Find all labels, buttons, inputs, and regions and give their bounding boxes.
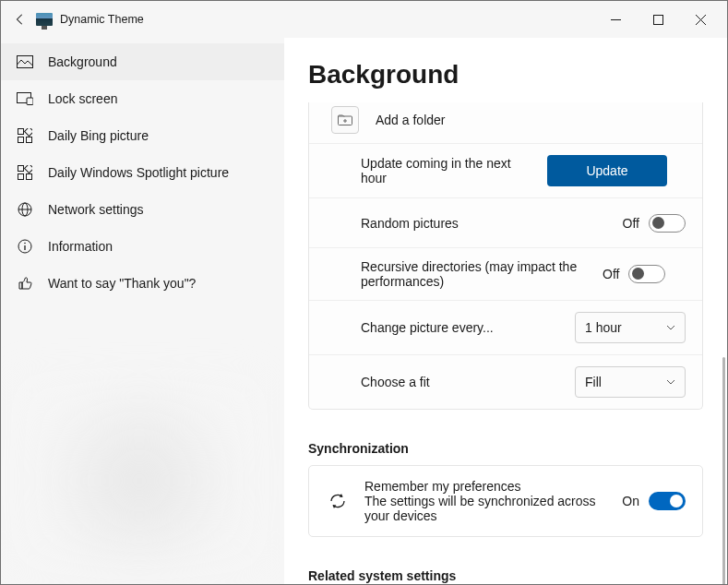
recursive-toggle[interactable] — [628, 265, 665, 283]
info-icon — [17, 239, 33, 254]
sidebar-item-daily-bing[interactable]: Daily Bing picture — [1, 117, 284, 154]
sidebar-item-spotlight[interactable]: Daily Windows Spotlight picture — [1, 154, 284, 191]
sidebar: Background Lock screen Daily Bing pictur… — [1, 38, 284, 584]
scrollbar[interactable] — [722, 357, 725, 584]
change-picture-label: Change picture every... — [361, 320, 564, 335]
change-interval-dropdown[interactable]: 1 hour — [575, 312, 686, 343]
background-icon — [17, 55, 33, 68]
apps-icon — [17, 128, 33, 143]
update-row: Update coming in the next hour Update — [309, 143, 702, 197]
update-label: Update coming in the next hour — [361, 156, 536, 185]
recursive-row: Recursive directories (may impact the pe… — [309, 247, 702, 300]
decorative-blur — [19, 379, 259, 564]
svg-rect-12 — [25, 165, 32, 173]
thumbs-up-icon — [17, 276, 33, 291]
chevron-down-icon — [666, 325, 675, 330]
close-button[interactable] — [679, 5, 722, 34]
choose-fit-label: Choose a fit — [361, 375, 564, 389]
sync-card: Remember my preferences The settings wil… — [308, 465, 703, 537]
titlebar: Dynamic Theme — [1, 1, 727, 38]
app-title: Dynamic Theme — [60, 13, 144, 26]
random-state: Off — [623, 216, 639, 231]
svg-point-17 — [24, 243, 26, 245]
svg-rect-1 — [653, 15, 662, 24]
lock-screen-icon — [17, 92, 33, 105]
sidebar-item-information[interactable]: Information — [1, 228, 284, 265]
sidebar-item-label: Background — [48, 54, 117, 69]
change-picture-row: Change picture every... 1 hour — [309, 300, 702, 354]
add-folder-button[interactable] — [331, 106, 359, 134]
svg-rect-7 — [27, 137, 32, 143]
sidebar-item-lock-screen[interactable]: Lock screen — [1, 80, 284, 117]
sidebar-item-thank-you[interactable]: Want to say "Thank you"? — [1, 265, 284, 302]
recursive-label: Recursive directories (may impact the pe… — [361, 259, 591, 289]
back-button[interactable] — [6, 6, 34, 33]
main-panel: Background Add a folder Update coming in… — [284, 38, 727, 584]
fit-dropdown[interactable]: Fill — [575, 366, 686, 398]
page-title: Background — [284, 38, 727, 99]
random-pictures-toggle[interactable] — [649, 214, 686, 233]
chevron-down-icon — [666, 379, 675, 385]
sync-subtitle: The settings will be synchronized across… — [364, 494, 607, 523]
maximize-button[interactable] — [637, 5, 679, 34]
random-pictures-label: Random pictures — [361, 216, 612, 231]
apps-icon — [17, 165, 33, 180]
choose-fit-row: Choose a fit Fill — [309, 354, 702, 409]
svg-rect-4 — [27, 98, 33, 105]
sync-icon — [326, 489, 350, 513]
sidebar-item-network[interactable]: Network settings — [1, 191, 284, 228]
random-pictures-row: Random pictures Off — [309, 197, 702, 247]
svg-rect-5 — [18, 129, 24, 135]
sync-state: On — [622, 494, 639, 508]
sidebar-item-label: Information — [48, 239, 113, 254]
sync-toggle[interactable] — [649, 492, 686, 510]
fit-value: Fill — [585, 375, 602, 389]
sidebar-item-label: Network settings — [48, 202, 143, 217]
minimize-button[interactable] — [594, 5, 637, 34]
related-section-title: Related system settings — [284, 537, 727, 584]
add-folder-label: Add a folder — [376, 113, 686, 127]
svg-rect-11 — [27, 174, 32, 180]
sidebar-item-background[interactable]: Background — [1, 43, 284, 80]
globe-icon — [17, 202, 33, 217]
recursive-state: Off — [603, 267, 619, 281]
sidebar-item-label: Want to say "Thank you"? — [48, 276, 196, 291]
sync-title: Remember my preferences — [364, 479, 607, 494]
svg-rect-6 — [18, 137, 24, 143]
svg-rect-8 — [25, 128, 32, 136]
update-button[interactable]: Update — [547, 155, 667, 186]
svg-rect-10 — [18, 174, 24, 180]
settings-group: Add a folder Update coming in the next h… — [308, 102, 703, 410]
add-folder-row: Add a folder — [309, 102, 702, 143]
sync-section-title: Synchronization — [284, 410, 727, 465]
sidebar-item-label: Daily Bing picture — [48, 128, 149, 143]
app-logo-icon — [36, 13, 53, 26]
sidebar-item-label: Daily Windows Spotlight picture — [48, 165, 229, 180]
change-interval-value: 1 hour — [585, 320, 622, 335]
svg-rect-9 — [18, 166, 24, 172]
sidebar-item-label: Lock screen — [48, 91, 117, 106]
